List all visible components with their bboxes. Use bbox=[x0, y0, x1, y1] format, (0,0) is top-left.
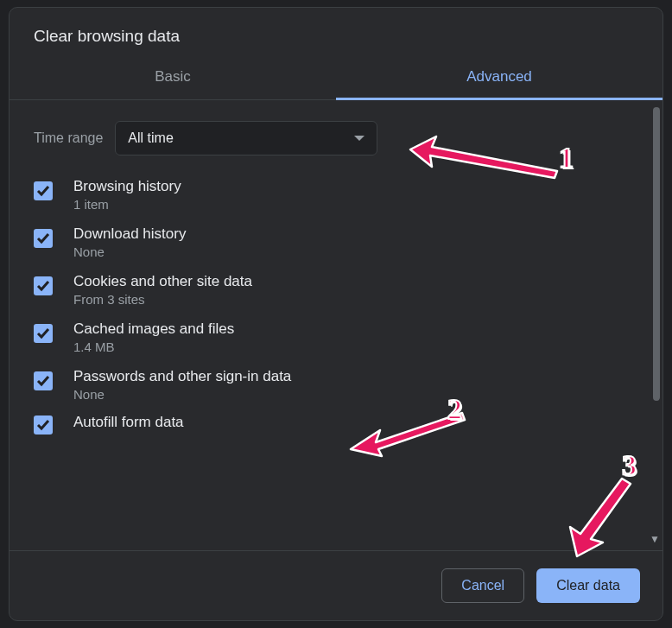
checkbox-download-history[interactable] bbox=[34, 229, 53, 248]
check-icon bbox=[36, 232, 50, 245]
item-label: Cookies and other site data bbox=[73, 273, 252, 290]
item-label: Passwords and other sign-in data bbox=[73, 368, 291, 385]
item-label: Download history bbox=[73, 225, 186, 243]
item-sub: 1 item bbox=[73, 197, 181, 212]
item-sub: 1.4 MB bbox=[73, 339, 234, 354]
item-label: Browsing history bbox=[73, 178, 181, 195]
item-text: Download history None bbox=[73, 225, 186, 259]
annotation-number-3: 3 bbox=[622, 449, 637, 482]
item-text: Cached images and files 1.4 MB bbox=[73, 320, 234, 354]
time-range-label: Time range bbox=[34, 130, 103, 146]
checkbox-passwords[interactable] bbox=[34, 371, 53, 390]
scroll-down-icon[interactable]: ▼ bbox=[650, 533, 660, 545]
annotation-number-1: 1 bbox=[559, 142, 574, 174]
item-sub: None bbox=[73, 244, 186, 259]
check-icon bbox=[36, 184, 50, 198]
scrollbar[interactable]: ▼ bbox=[653, 107, 660, 543]
list-item: Passwords and other sign-in data None bbox=[15, 361, 640, 409]
checkbox-autofill[interactable] bbox=[34, 415, 53, 435]
cancel-button[interactable]: Cancel bbox=[441, 568, 524, 603]
annotation-arrow-3 bbox=[561, 473, 639, 560]
item-sub: From 3 sites bbox=[73, 292, 252, 307]
list-item: Autofill form data bbox=[15, 409, 640, 435]
time-range-value: All time bbox=[128, 130, 173, 146]
checkbox-cache[interactable] bbox=[34, 324, 53, 343]
tab-advanced[interactable]: Advanced bbox=[336, 54, 662, 99]
annotation-number-2: 2 bbox=[447, 393, 462, 426]
item-text: Passwords and other sign-in data None bbox=[73, 368, 291, 402]
chevron-down-icon bbox=[354, 136, 365, 141]
tab-bar: Basic Advanced bbox=[10, 54, 662, 100]
list-item: Cookies and other site data From 3 sites bbox=[15, 266, 640, 314]
checkbox-browsing-history[interactable] bbox=[34, 181, 53, 200]
tab-advanced-label: Advanced bbox=[466, 68, 532, 85]
check-icon bbox=[36, 374, 50, 388]
clear-data-button-label: Clear data bbox=[556, 578, 620, 593]
time-range-select[interactable]: All time bbox=[115, 121, 377, 155]
dialog-footer: Cancel Clear data bbox=[10, 551, 662, 620]
item-label: Cached images and files bbox=[73, 320, 234, 338]
item-label: Autofill form data bbox=[73, 414, 184, 431]
checkbox-cookies[interactable] bbox=[34, 276, 53, 295]
item-text: Autofill form data bbox=[73, 414, 184, 431]
check-icon bbox=[36, 279, 50, 293]
tab-basic[interactable]: Basic bbox=[10, 54, 336, 99]
list-item: Cached images and files 1.4 MB bbox=[15, 314, 640, 361]
cancel-button-label: Cancel bbox=[461, 578, 504, 593]
check-icon bbox=[36, 327, 50, 340]
annotation-arrow-1 bbox=[406, 128, 561, 180]
item-text: Browsing history 1 item bbox=[73, 178, 181, 212]
list-item: Download history None bbox=[15, 219, 640, 266]
dialog-title: Clear browsing data bbox=[10, 8, 662, 54]
check-icon bbox=[36, 418, 50, 432]
scrollbar-thumb[interactable] bbox=[653, 107, 660, 401]
clear-data-button[interactable]: Clear data bbox=[536, 568, 640, 603]
item-text: Cookies and other site data From 3 sites bbox=[73, 273, 252, 307]
item-sub: None bbox=[73, 387, 291, 402]
tab-basic-label: Basic bbox=[155, 68, 191, 85]
